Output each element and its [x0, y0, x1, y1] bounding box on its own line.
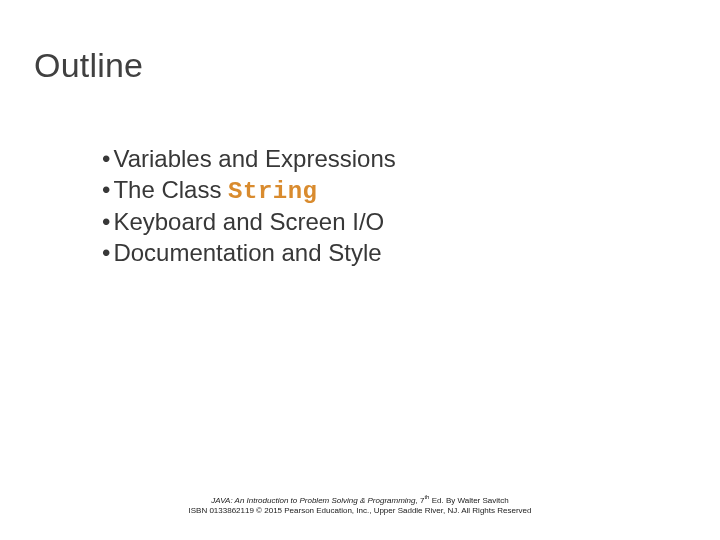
slide: Outline •Variables and Expressions •The …: [0, 0, 720, 540]
slide-title: Outline: [34, 46, 143, 85]
list-item: •Keyboard and Screen I/O: [102, 207, 396, 238]
list-item-text: Keyboard and Screen I/O: [113, 208, 384, 235]
bullet-icon: •: [102, 175, 110, 206]
footer-edition-post: Ed. By Walter Savitch: [429, 496, 508, 505]
list-item: •Documentation and Style: [102, 238, 396, 269]
bullet-icon: •: [102, 238, 110, 269]
list-item: •Variables and Expressions: [102, 144, 396, 175]
code-keyword: String: [228, 178, 317, 205]
bullet-icon: •: [102, 207, 110, 238]
footer-line-1: JAVA: An Introduction to Problem Solving…: [0, 494, 720, 506]
footer-book-title: JAVA: An Introduction to Problem Solving…: [211, 496, 415, 505]
list-item-text: The Class: [113, 176, 228, 203]
bullet-icon: •: [102, 144, 110, 175]
outline-list: •Variables and Expressions •The Class St…: [102, 144, 396, 269]
list-item: •The Class String: [102, 175, 396, 208]
footer: JAVA: An Introduction to Problem Solving…: [0, 494, 720, 516]
list-item-text: Variables and Expressions: [113, 145, 395, 172]
footer-line-2: ISBN 0133862119 © 2015 Pearson Education…: [0, 506, 720, 516]
list-item-text: Documentation and Style: [113, 239, 381, 266]
